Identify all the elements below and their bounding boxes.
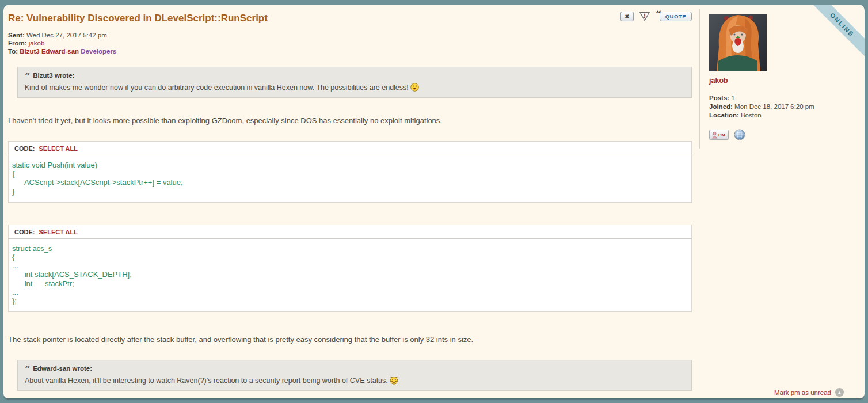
mark-pm-unread-link[interactable]: Mark pm as unread: [774, 389, 831, 396]
quote-open-icon: “: [25, 368, 30, 372]
quote-header: “ Edward-san wrote:: [25, 365, 684, 372]
private-message-button[interactable]: PM: [709, 130, 729, 140]
code-header: CODE: SELECT ALL: [9, 142, 691, 155]
location-value: Boston: [739, 112, 762, 119]
pm-meta: Sent: Wed Dec 27, 2017 5:42 pm From: jak…: [8, 31, 692, 55]
pm-button-label: PM: [718, 132, 725, 138]
quote-block-edward-san: “ Edward-san wrote: About vanilla Hexen,…: [17, 360, 692, 391]
meta-sent-row: Sent: Wed Dec 27, 2017 5:42 pm: [8, 31, 692, 39]
pm-subject-title: Re: Vulnerability Discovered in DLevelSc…: [8, 13, 692, 24]
quote-button[interactable]: “ QUOTE: [656, 12, 692, 21]
quote-author: Edward-san wrote:: [33, 365, 92, 372]
pm-footer: Mark pm as unread ▲: [774, 388, 844, 397]
quote-text: About vanilla Hexen, it'll be interestin…: [25, 377, 388, 385]
code-label: CODE:: [14, 229, 35, 235]
recipient-link-blzut3[interactable]: Blzut3: [20, 48, 40, 55]
joined-value: Mon Dec 18, 2017 6:20 pm: [733, 103, 814, 110]
code-header: CODE: SELECT ALL: [9, 225, 691, 239]
profile-posts-row: Posts: 1: [709, 94, 859, 102]
profile-joined-row: Joined: Mon Dec 18, 2017 6:20 pm: [709, 102, 859, 111]
code-block-push: CODE: SELECT ALL static void Push(int va…: [8, 141, 692, 203]
posts-label: Posts:: [709, 94, 729, 101]
recipient-group-link[interactable]: Developers: [81, 48, 116, 55]
meta-from-row: From: jakob: [8, 39, 692, 47]
code-content: struct acs_s { ... int stack[ACS_STACK_D…: [9, 239, 691, 311]
location-label: Location:: [709, 112, 739, 119]
profile-username-link[interactable]: jakob: [709, 77, 859, 85]
quote-author: Blzut3 wrote:: [33, 72, 74, 79]
back-to-top-button[interactable]: ▲: [835, 388, 844, 397]
message-main-column: ✖ “ QUOTE Re: Vulnerability Discovered i…: [3, 5, 699, 398]
razz-smiley-icon: [410, 83, 419, 92]
profile-location-row: Location: Boston: [709, 111, 859, 120]
posts-value: 1: [729, 94, 735, 101]
delete-message-button[interactable]: ✖: [620, 12, 634, 21]
sent-value: Wed Dec 27, 2017 5:42 pm: [25, 32, 107, 39]
select-all-link[interactable]: SELECT ALL: [39, 145, 78, 152]
code-content: static void Push(int value) { ACScript->…: [9, 155, 691, 202]
quote-button-label: QUOTE: [660, 12, 692, 21]
recipient-link-edward-san[interactable]: Edward-san: [41, 48, 79, 55]
quote-body: Kind of makes me wonder now if you can d…: [25, 83, 684, 92]
pm-view-panel: ONLINE ✖ “ QUOTE Re: Vulnerability Disco…: [3, 5, 865, 398]
user-avatar[interactable]: [709, 14, 767, 71]
post-paragraph-1: I haven't tried it yet, but it looks mor…: [8, 116, 692, 125]
quote-header: “ Blzut3 wrote:: [25, 72, 684, 79]
code-block-struct: CODE: SELECT ALL struct acs_s { ... int …: [8, 225, 692, 312]
select-all-link[interactable]: SELECT ALL: [39, 229, 78, 235]
from-user-link[interactable]: jakob: [29, 40, 45, 47]
quote-body: About vanilla Hexen, it'll be interestin…: [25, 376, 684, 385]
message-toolbar: ✖ “ QUOTE: [620, 12, 692, 22]
quote-block-blzut3: “ Blzut3 wrote: Kind of makes me wonder …: [17, 67, 692, 98]
from-label: From:: [8, 40, 27, 47]
website-globe-icon[interactable]: [734, 129, 745, 140]
post-paragraph-2: The stack pointer is located directly af…: [8, 335, 692, 344]
report-message-icon[interactable]: [639, 12, 650, 22]
to-label: To:: [8, 48, 18, 55]
twisted-evil-smiley-icon: [390, 376, 398, 385]
sent-label: Sent:: [8, 32, 25, 39]
quote-text: Kind of makes me wonder now if you can d…: [25, 83, 409, 92]
meta-to-row: To: Blzut3 Edward-san Developers: [8, 47, 692, 55]
quote-open-icon: “: [25, 75, 30, 79]
code-label: CODE:: [14, 145, 35, 152]
profile-contact-icons: PM: [709, 129, 859, 140]
joined-label: Joined:: [709, 103, 733, 110]
pm-user-icon: [711, 131, 718, 139]
